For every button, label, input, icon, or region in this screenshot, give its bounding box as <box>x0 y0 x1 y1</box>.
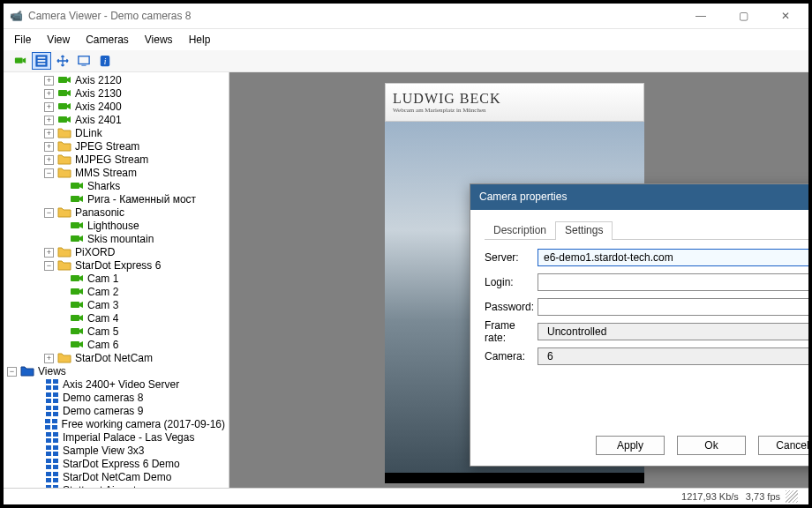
tree-item[interactable]: Free working camera (2017-09-16) <box>4 418 229 431</box>
password-label: Password: <box>485 301 538 313</box>
tree-expander <box>56 314 66 324</box>
camera-properties-dialog: Camera properties ✕ Description Settings… <box>470 183 808 467</box>
tree-expander[interactable]: + <box>44 89 54 99</box>
password-input[interactable] <box>538 298 808 316</box>
tree-item[interactable]: −StarDot Express 6 <box>4 259 229 273</box>
tree-item-label: StarDot Express 6 <box>75 259 161 272</box>
camera-icon <box>70 325 84 339</box>
tree-views-root[interactable]: Views <box>38 365 66 377</box>
tree-item[interactable]: Cam 4 <box>4 312 229 325</box>
minimize-button[interactable]: — <box>683 4 718 28</box>
tree-item[interactable]: Cam 5 <box>4 325 229 339</box>
tree-expander[interactable]: − <box>44 208 54 218</box>
tree-item[interactable]: +StarDot NetCam <box>4 352 229 365</box>
folder-icon <box>57 245 71 259</box>
menu-file[interactable]: File <box>14 34 31 46</box>
tree-item-label: PiXORD <box>75 246 115 258</box>
tree-expander[interactable]: + <box>44 248 54 258</box>
tree-item[interactable]: Рига - Каменный мост <box>4 193 229 206</box>
tree-expander[interactable]: + <box>44 76 54 86</box>
tree-item[interactable]: −MMS Stream <box>4 167 229 180</box>
resize-grip-icon[interactable] <box>786 490 798 503</box>
cancel-button[interactable]: Cancel <box>758 436 808 455</box>
tree-item[interactable]: +MJPEG Stream <box>4 153 229 167</box>
tree-item[interactable]: Cam 2 <box>4 286 229 299</box>
tree-expander[interactable]: + <box>44 155 54 165</box>
tree-item[interactable]: Sample View 3x3 <box>4 444 229 458</box>
tree-item-label: Рига - Каменный мост <box>87 193 196 205</box>
tree-expander <box>32 473 41 482</box>
tree-item[interactable]: Lighthouse <box>4 220 229 233</box>
tree-expander[interactable]: + <box>44 354 54 363</box>
menu-cameras[interactable]: Cameras <box>86 34 129 46</box>
tree-pane[interactable]: +Axis 2120+Axis 2130+Axis 2400+Axis 2401… <box>4 72 229 488</box>
tree-item[interactable]: +Axis 2401 <box>4 114 229 127</box>
tree-item-label: Axis 2400+ Video Server <box>63 378 179 391</box>
tree-expander <box>56 327 66 337</box>
tree-expander[interactable]: − <box>7 367 17 377</box>
tree-item[interactable]: Cam 6 <box>4 339 229 352</box>
tree-expander[interactable]: + <box>44 102 54 112</box>
tree-item-label: Cam 2 <box>87 286 118 298</box>
window-titlebar: 📹 Camera Viewer - Demo cameras 8 — ▢ ✕ <box>4 4 808 29</box>
tree-item[interactable]: Skis mountain <box>4 233 229 246</box>
tree-item[interactable]: Axis 2400+ Video Server <box>4 378 229 392</box>
tree-item[interactable]: Cam 1 <box>4 273 229 286</box>
info-icon[interactable] <box>95 52 115 70</box>
view-icon <box>45 404 59 418</box>
dialog-titlebar[interactable]: Camera properties ✕ <box>470 184 808 210</box>
tree-item[interactable]: −Panasonic <box>4 206 229 220</box>
tab-description[interactable]: Description <box>485 220 555 239</box>
tree-expander <box>32 459 41 469</box>
tree-expander <box>32 380 41 390</box>
tree-item[interactable]: StarDot NetCam Demo <box>4 471 229 484</box>
view-icon <box>45 377 59 392</box>
tree-expander[interactable]: + <box>44 116 54 125</box>
tree-item[interactable]: +PiXORD <box>4 246 229 259</box>
login-input[interactable] <box>538 273 808 291</box>
camera-icon <box>70 179 84 193</box>
tree-expander[interactable]: − <box>44 168 54 178</box>
tree-expander <box>56 182 66 191</box>
menubar: File View Cameras Views Help <box>4 29 808 49</box>
login-label: Login: <box>485 276 538 288</box>
tree-item[interactable]: Demo cameras 9 <box>4 405 229 418</box>
tree-expander <box>56 340 66 350</box>
tree-item[interactable]: +Axis 2120 <box>4 74 229 87</box>
close-window-button[interactable]: ✕ <box>768 4 803 28</box>
menu-view[interactable]: View <box>47 34 70 46</box>
folder-icon <box>57 166 71 180</box>
framerate-select[interactable]: Uncontrolled <box>538 323 808 340</box>
tree-item[interactable]: Cam 3 <box>4 299 229 312</box>
maximize-button[interactable]: ▢ <box>726 4 761 28</box>
monitor-icon[interactable] <box>74 52 94 70</box>
tree-item[interactable]: StarDot Express 6 Demo <box>4 458 229 471</box>
tree-expander[interactable]: − <box>44 261 54 271</box>
tree-expander <box>56 195 66 205</box>
tree-item[interactable]: Sharks <box>4 180 229 193</box>
server-input[interactable] <box>538 249 808 266</box>
camera-select[interactable]: 6 <box>538 347 808 365</box>
tree-item[interactable]: +DLink <box>4 127 229 140</box>
list-icon[interactable] <box>32 52 51 70</box>
tree-item[interactable]: +Axis 2400 <box>4 101 229 114</box>
video-header: LUDWIG BECK Webcam am Marienplatz in Mün… <box>385 83 644 122</box>
tree-item[interactable]: +JPEG Stream <box>4 140 229 153</box>
view-icon <box>45 430 59 444</box>
tree-expander[interactable]: + <box>44 142 54 152</box>
menu-help[interactable]: Help <box>189 34 211 46</box>
tree-item[interactable]: Imperial Palace - Las Vegas <box>4 431 229 444</box>
tree-item-label: Cam 6 <box>87 339 118 351</box>
ok-button[interactable]: Ok <box>677 436 746 455</box>
tree-item[interactable]: +Axis 2130 <box>4 87 229 101</box>
move-icon[interactable] <box>53 52 72 70</box>
tree-item[interactable]: Demo cameras 8 <box>4 392 229 405</box>
tree-item-label: Cam 1 <box>87 273 118 285</box>
apply-button[interactable]: Apply <box>596 436 665 455</box>
camera-icon[interactable] <box>11 52 30 70</box>
tab-settings[interactable]: Settings <box>555 221 613 240</box>
tree-expander[interactable]: + <box>44 129 54 138</box>
view-icon <box>45 444 59 458</box>
server-label: Server: <box>485 251 538 264</box>
menu-views[interactable]: Views <box>145 34 173 46</box>
